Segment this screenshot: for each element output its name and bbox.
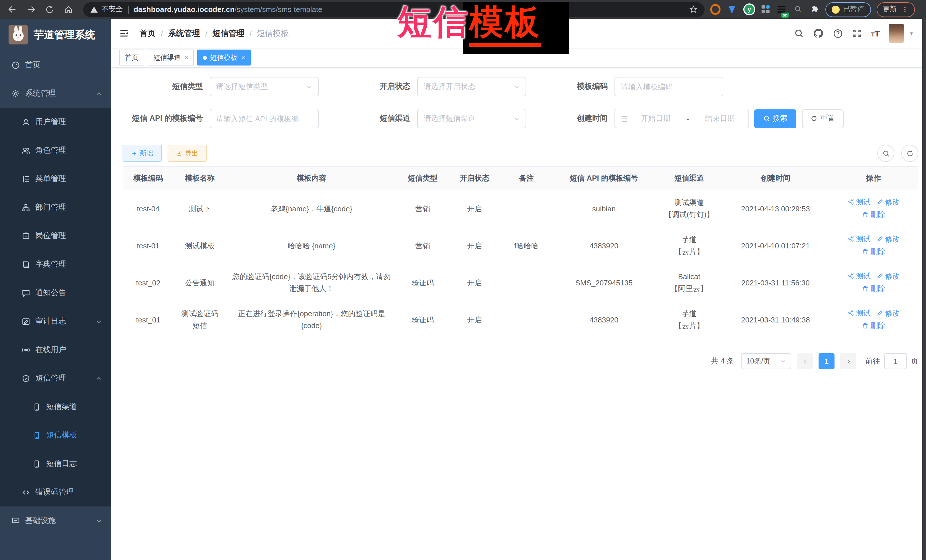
sidebar-item-sms-channel[interactable]: 短信渠道 (0, 392, 111, 421)
page-size-select[interactable]: 10条/页 (741, 353, 791, 369)
reset-button[interactable]: 重置 (802, 109, 844, 128)
sidebar-item-audit-log[interactable]: 审计日志 (0, 307, 111, 335)
bookmark-star-icon[interactable] (689, 5, 698, 14)
sidebar-item-menus[interactable]: 菜单管理 (0, 165, 111, 193)
test-link[interactable]: 测试 (847, 233, 871, 245)
delete-link[interactable]: 删除 (862, 282, 885, 294)
next-page-button[interactable] (840, 353, 856, 369)
sidebar-item-label: 短信日志 (46, 459, 77, 469)
home-icon[interactable] (62, 3, 75, 16)
tab-sms-channel[interactable]: 短信渠道 × (148, 50, 194, 65)
breadcrumb-sms[interactable]: 短信管理 (213, 28, 245, 38)
help-icon[interactable] (833, 28, 843, 38)
edit-link[interactable]: 修改 (876, 233, 900, 245)
breadcrumb-home[interactable]: 首页 (140, 28, 156, 38)
sidebar-item-users[interactable]: 用户管理 (0, 108, 111, 136)
trash-icon (862, 248, 869, 255)
hide-search-button[interactable] (877, 145, 894, 162)
extension-y-icon[interactable]: y (743, 3, 755, 15)
sidebar-item-sms[interactable]: 短信管理 (0, 364, 111, 392)
sidebar-item-online-users[interactable]: 在线用户 (0, 335, 111, 364)
back-icon[interactable] (5, 3, 19, 16)
sidebar-item-label: 用户管理 (35, 117, 66, 127)
prev-page-button[interactable] (797, 353, 813, 369)
sidebar-item-label: 错误码管理 (35, 487, 74, 497)
code-icon (22, 488, 30, 497)
page-number-button[interactable]: 1 (819, 353, 835, 369)
col-header-code: 模板编码 (123, 167, 174, 190)
delete-link[interactable]: 删除 (862, 208, 885, 220)
sidebar-item-system[interactable]: 系统管理 (0, 79, 111, 108)
extension-list-icon[interactable]: on (776, 4, 787, 15)
reset-button-label: 重置 (820, 113, 835, 124)
caret-down-icon[interactable]: ▾ (910, 30, 913, 36)
delete-link[interactable]: 删除 (862, 246, 885, 258)
paused-label: 已暂停 (843, 5, 864, 14)
sidebar-item-notice[interactable]: 通知公告 (0, 279, 111, 307)
test-link[interactable]: 测试 (847, 307, 871, 319)
avatar[interactable] (889, 24, 904, 43)
sidebar-item-infra[interactable]: 基础设施 (0, 506, 111, 535)
sidebar-item-label: 基础设施 (25, 516, 56, 526)
channel-select[interactable]: 请选择短信渠道 (417, 109, 526, 128)
sms-type-select[interactable]: 请选择短信类型 (210, 77, 319, 96)
test-link[interactable]: 测试 (847, 196, 871, 208)
cell-content: 哈哈哈 {name} (226, 227, 397, 264)
sidebar-item-roles[interactable]: 角色管理 (0, 136, 111, 165)
cell-created: 2021-04-13 00:29:53 (722, 190, 829, 227)
goto-page-input[interactable] (884, 353, 907, 369)
sidebar-item-label: 短信模板 (46, 430, 77, 440)
edit-link[interactable]: 修改 (876, 307, 900, 319)
api-template-id-input[interactable] (210, 109, 318, 128)
delete-link[interactable]: 删除 (862, 320, 885, 332)
search-button[interactable]: 搜索 (754, 109, 796, 128)
sidebar-collapse-icon[interactable] (111, 28, 135, 39)
reload-icon[interactable] (43, 3, 56, 16)
app-title: 芋道管理系统 (33, 28, 95, 42)
profile-paused-badge[interactable]: 已暂停 (825, 2, 871, 17)
test-link[interactable]: 测试 (847, 270, 871, 282)
address-bar[interactable]: 不安全 dashboard.yudao.iocoder.cn /system/s… (83, 2, 705, 17)
sidebar-item-error-code[interactable]: 错误码管理 (0, 478, 111, 506)
status-select[interactable]: 请选择开启状态 (417, 77, 526, 96)
forward-icon[interactable] (24, 3, 38, 16)
search-icon[interactable] (794, 29, 804, 38)
close-icon[interactable]: × (185, 54, 188, 61)
template-code-input[interactable] (615, 77, 723, 96)
browser-update-button[interactable]: 更新 ⋮ (876, 2, 915, 17)
app-logo-row[interactable]: 芋道管理系统 (0, 19, 111, 51)
font-size-icon[interactable]: TT (871, 29, 880, 38)
export-button[interactable]: 导出 (168, 145, 207, 162)
browser-scrollbar[interactable] (922, 19, 926, 560)
extension-grid-icon[interactable] (761, 5, 770, 14)
update-label: 更新 (883, 5, 897, 14)
sidebar-item-depts[interactable]: 部门管理 (0, 193, 111, 222)
extension-search-icon[interactable] (793, 4, 803, 15)
github-icon[interactable] (813, 28, 824, 39)
menu-dots-icon[interactable]: ⋮ (902, 6, 908, 13)
tab-sms-template[interactable]: 短信模板 × (198, 50, 251, 65)
main-content: 短信类型 请选择短信类型 开启状态 请选择开启状态 模板编码 短信 API 的模… (111, 67, 922, 560)
extension-orange-icon[interactable] (710, 4, 720, 15)
sidebar-item-sms-template[interactable]: 短信模板 (0, 421, 111, 450)
sidebar-item-home[interactable]: 首页 (0, 51, 111, 79)
tab-home[interactable]: 首页 (119, 50, 144, 65)
sidebar-item-sms-log[interactable]: 短信日志 (0, 450, 111, 478)
sidebar-item-posts[interactable]: 岗位管理 (0, 222, 111, 250)
create-time-range-picker[interactable]: 开始日期 - 结束日期 (614, 109, 749, 128)
chevron-down-icon (514, 115, 520, 122)
sidebar-item-dict[interactable]: 字典管理 (0, 250, 111, 279)
cell-code: test_01 (123, 301, 174, 338)
close-icon[interactable]: × (241, 54, 245, 61)
extensions-puzzle-icon[interactable] (809, 4, 820, 15)
add-button[interactable]: 新增 (123, 145, 162, 162)
edit-link[interactable]: 修改 (876, 270, 900, 282)
breadcrumb-system[interactable]: 系统管理 (168, 28, 200, 38)
fullscreen-icon[interactable] (852, 29, 862, 38)
screen: 不安全 dashboard.yudao.iocoder.cn /system/s… (0, 0, 926, 560)
extension-gem-icon[interactable] (727, 4, 737, 15)
refresh-table-button[interactable] (901, 145, 918, 162)
edit-link[interactable]: 修改 (876, 196, 900, 208)
goto-page: 前往 页 (865, 353, 918, 369)
select-placeholder: 请选择短信类型 (216, 82, 268, 92)
